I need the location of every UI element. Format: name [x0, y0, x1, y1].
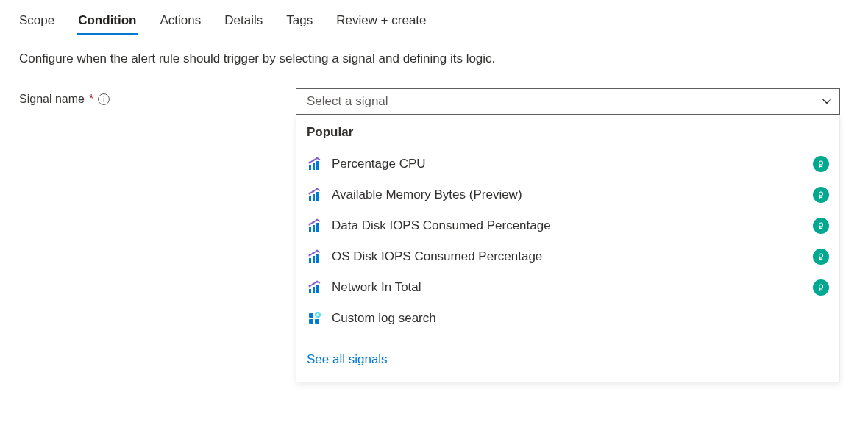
metric-icon — [307, 218, 323, 234]
svg-point-34 — [819, 285, 823, 288]
tab-details[interactable]: Details — [224, 13, 263, 34]
svg-rect-29 — [313, 287, 315, 293]
signal-label: Percentage CPU — [332, 157, 426, 171]
tab-tags[interactable]: Tags — [286, 13, 313, 34]
svg-rect-37 — [315, 319, 319, 324]
label-text: Signal name — [19, 93, 85, 106]
tab-condition[interactable]: Condition — [78, 13, 136, 34]
tab-review-create[interactable]: Review + create — [336, 13, 426, 34]
svg-point-3 — [309, 162, 311, 164]
svg-rect-36 — [309, 319, 313, 324]
signal-label: Data Disk IOPS Consumed Percentage — [332, 218, 551, 233]
signal-name-label: Signal name * i — [19, 88, 284, 106]
svg-point-33 — [316, 281, 319, 283]
see-all-signals-link[interactable]: See all signals — [296, 340, 839, 382]
svg-point-20 — [819, 223, 823, 227]
signal-label: Network In Total — [332, 280, 421, 295]
signal-item-network-in-total[interactable]: Network In Total — [296, 272, 839, 303]
signal-item-available-memory[interactable]: Available Memory Bytes (Preview) — [296, 179, 839, 210]
svg-rect-15 — [313, 225, 315, 232]
svg-rect-40 — [317, 313, 318, 316]
svg-rect-28 — [309, 289, 311, 293]
svg-point-26 — [316, 250, 319, 252]
svg-point-32 — [313, 283, 315, 285]
metric-icon — [307, 279, 323, 296]
svg-rect-8 — [313, 194, 315, 201]
svg-rect-39 — [316, 314, 317, 316]
tab-scope[interactable]: Scope — [19, 13, 54, 34]
required-marker: * — [89, 93, 93, 106]
signal-name-control: Select a signal Popular — [296, 88, 840, 382]
signal-name-field: Signal name * i Select a signal Popular — [19, 88, 849, 382]
svg-point-24 — [309, 254, 311, 257]
svg-rect-7 — [309, 196, 311, 201]
signal-label: Custom log search — [332, 311, 436, 326]
svg-point-17 — [309, 224, 311, 226]
svg-rect-16 — [316, 223, 319, 232]
signal-item-data-disk-iops[interactable]: Data Disk IOPS Consumed Percentage — [296, 210, 839, 241]
svg-point-11 — [313, 190, 315, 193]
svg-point-10 — [309, 193, 311, 195]
signal-select[interactable]: Select a signal — [296, 88, 840, 115]
recommended-badge-icon — [813, 187, 829, 203]
svg-point-4 — [313, 160, 315, 162]
metric-icon — [307, 156, 323, 172]
signal-item-os-disk-iops[interactable]: OS Disk IOPS Consumed Percentage — [296, 241, 839, 272]
signal-item-percentage-cpu[interactable]: Percentage CPU — [296, 149, 839, 179]
svg-point-19 — [316, 219, 319, 221]
svg-rect-2 — [316, 161, 319, 170]
svg-rect-41 — [319, 314, 319, 317]
svg-point-31 — [309, 285, 311, 288]
svg-rect-14 — [309, 227, 311, 232]
metric-icon — [307, 187, 323, 203]
svg-point-6 — [819, 161, 823, 165]
info-icon[interactable]: i — [98, 93, 110, 105]
svg-rect-21 — [309, 258, 311, 263]
svg-point-5 — [316, 157, 319, 160]
signal-dropdown: Popular Percentage C — [296, 115, 840, 382]
recommended-badge-icon — [813, 249, 829, 265]
chevron-down-icon — [822, 96, 832, 107]
svg-point-25 — [313, 252, 315, 254]
signal-label: OS Disk IOPS Consumed Percentage — [332, 249, 542, 264]
recommended-badge-icon — [813, 156, 829, 172]
signal-label: Available Memory Bytes (Preview) — [332, 188, 522, 202]
select-placeholder: Select a signal — [307, 94, 388, 109]
svg-point-12 — [316, 188, 319, 190]
recommended-badge-icon — [813, 279, 829, 296]
svg-rect-30 — [316, 285, 319, 293]
svg-rect-22 — [313, 256, 315, 263]
svg-rect-35 — [309, 313, 313, 318]
recommended-badge-icon — [813, 218, 829, 234]
svg-point-18 — [313, 221, 315, 224]
tab-bar: Scope Condition Actions Details Tags Rev… — [19, 13, 849, 34]
page-description: Configure when the alert rule should tri… — [19, 51, 849, 66]
signal-item-custom-log-search[interactable]: Custom log search — [296, 303, 839, 334]
svg-rect-9 — [316, 192, 319, 201]
dropdown-header: Popular — [296, 115, 839, 149]
tab-actions[interactable]: Actions — [160, 13, 202, 34]
svg-rect-1 — [313, 163, 315, 170]
metric-icon — [307, 249, 323, 265]
log-search-icon — [307, 310, 323, 327]
svg-rect-23 — [316, 254, 319, 263]
svg-point-27 — [819, 254, 823, 257]
svg-point-13 — [819, 192, 823, 196]
svg-rect-0 — [309, 165, 311, 170]
